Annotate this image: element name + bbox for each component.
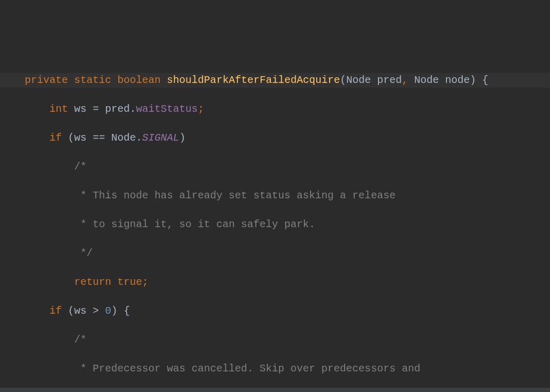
brace: {	[476, 74, 488, 86]
type: Node	[346, 74, 377, 86]
var: pred	[99, 103, 130, 115]
keyword: static	[74, 74, 111, 86]
punct: ,	[402, 74, 408, 86]
dot: .	[130, 103, 136, 115]
code-line: */	[0, 246, 550, 261]
keyword: true	[111, 276, 142, 288]
code-editor[interactable]: private static boolean shouldParkAfterFa…	[0, 58, 550, 392]
var: ws	[68, 103, 93, 115]
keyword: int	[49, 103, 68, 115]
type: Node	[105, 132, 136, 144]
field: waitStatus	[136, 103, 198, 115]
static-field: SIGNAL	[142, 132, 179, 144]
code-line: /*	[0, 160, 550, 174]
op: ==	[93, 132, 105, 144]
number: 0	[105, 305, 111, 317]
sp	[99, 305, 105, 317]
keyword: private	[25, 74, 68, 86]
type: Node	[408, 74, 445, 86]
comment: */	[74, 247, 93, 259]
code-line: /*	[0, 333, 550, 347]
code-line: int ws = pred.waitStatus;	[0, 102, 550, 116]
op: =	[93, 103, 99, 115]
punct: (	[62, 305, 74, 317]
code-line: * to signal it, so it can safely park.	[0, 217, 550, 232]
code-line: return true;	[0, 275, 550, 289]
brace: {	[117, 305, 130, 317]
keyword: boolean	[117, 74, 161, 86]
param: pred	[377, 74, 402, 86]
code-line: if (ws > 0) {	[0, 304, 550, 318]
comment: /*	[74, 334, 87, 346]
dot: .	[136, 132, 142, 144]
punct: )	[470, 74, 476, 86]
punct: (	[340, 74, 346, 86]
punct: )	[111, 305, 117, 317]
keyword: if	[49, 132, 62, 144]
comment: /*	[74, 161, 87, 173]
keyword: if	[49, 305, 62, 317]
comment: * This node has already set status askin…	[74, 190, 396, 201]
punct: (	[62, 132, 74, 144]
comment: * Predecessor was cancelled. Skip over p…	[74, 363, 420, 374]
var: ws	[74, 132, 93, 144]
code-line: * This node has already set status askin…	[0, 189, 550, 203]
op: >	[93, 305, 99, 317]
var: ws	[74, 305, 93, 317]
method-name: shouldParkAfterFailedAcquire	[167, 74, 340, 86]
punct: )	[179, 132, 185, 144]
horizontal-scrollbar[interactable]	[0, 388, 550, 392]
code-line: private static boolean shouldParkAfterFa…	[0, 73, 550, 88]
param: node	[445, 74, 470, 86]
code-line: if (ws == Node.SIGNAL)	[0, 131, 550, 145]
semi: ;	[198, 103, 204, 115]
semi: ;	[142, 276, 148, 288]
code-line: * Predecessor was cancelled. Skip over p…	[0, 362, 550, 376]
keyword: return	[74, 276, 111, 288]
comment: * to signal it, so it can safely park.	[74, 218, 315, 230]
